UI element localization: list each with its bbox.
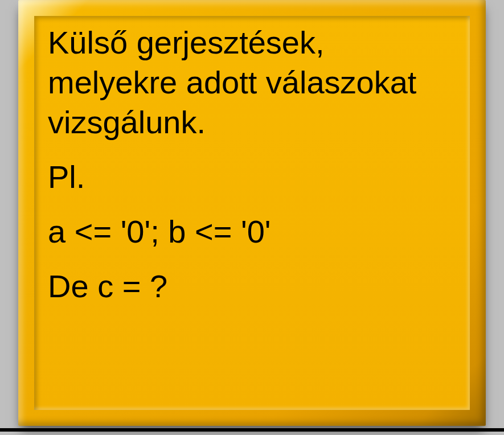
slide-container: Külső gerjesztések, melyekre adott válas…	[0, 0, 504, 432]
text-paragraph-2: Pl.	[48, 157, 458, 197]
bevel-panel: Külső gerjesztések, melyekre adott válas…	[18, 0, 486, 426]
text-paragraph-1: Külső gerjesztések, melyekre adott válas…	[48, 23, 458, 142]
text-paragraph-4: De c = ?	[48, 266, 458, 306]
bottom-border	[0, 428, 504, 432]
slide-content: Külső gerjesztések, melyekre adott válas…	[48, 23, 458, 404]
panel-inner: Külső gerjesztések, melyekre adott válas…	[34, 16, 470, 410]
text-paragraph-3: a <= '0'; b <= '0'	[48, 212, 458, 252]
